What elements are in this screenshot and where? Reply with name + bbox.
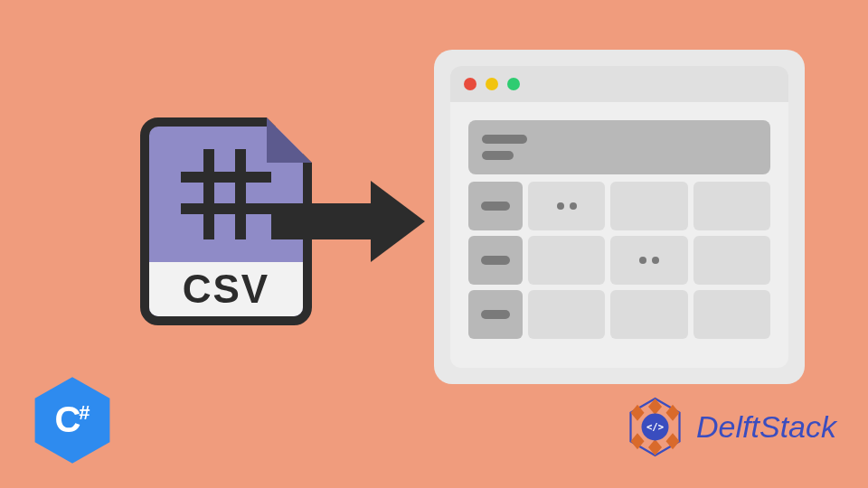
table-row — [468, 236, 770, 285]
close-icon — [464, 78, 476, 90]
svg-text:</>: </> — [646, 421, 664, 432]
table-cell — [693, 290, 770, 339]
table-header — [468, 120, 770, 174]
table-cell — [693, 182, 770, 230]
delftstack-logo: </> DelftStack — [621, 393, 836, 461]
delftstack-emblem-icon: </> — [621, 393, 689, 461]
table-area — [450, 102, 788, 362]
csharp-logo: C# — [32, 375, 113, 465]
window-inner — [450, 66, 788, 368]
arrow-icon — [271, 181, 434, 262]
csv-label-text: CSV — [183, 267, 269, 312]
row-label — [468, 182, 523, 230]
table-cell — [610, 182, 687, 230]
table-cell — [610, 236, 687, 285]
maximize-icon — [507, 78, 520, 90]
table-row — [468, 290, 770, 339]
file-corner-cut — [267, 117, 312, 163]
window-titlebar — [450, 66, 788, 102]
table-cell — [693, 236, 770, 285]
header-line — [482, 135, 527, 144]
minimize-icon — [486, 78, 498, 90]
delftstack-name: DelftStack — [696, 409, 836, 445]
row-label — [468, 236, 523, 285]
table-grid — [468, 182, 770, 339]
datatable-window — [434, 50, 805, 384]
table-cell — [528, 236, 605, 285]
row-label — [468, 290, 523, 339]
table-row — [468, 182, 770, 230]
csv-label: CSV — [149, 262, 303, 316]
csharp-text: C# — [54, 399, 90, 440]
table-cell — [528, 182, 605, 230]
table-cell — [528, 290, 605, 339]
table-cell — [610, 290, 687, 339]
hash-icon — [181, 149, 271, 239]
header-line — [482, 151, 514, 160]
